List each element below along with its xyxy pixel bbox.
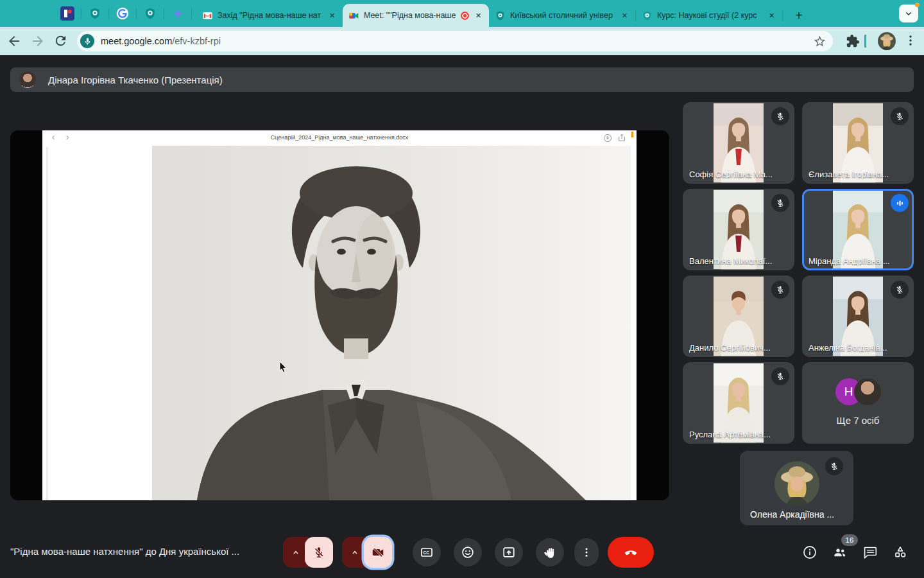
mic-muted-button[interactable]: [305, 537, 333, 568]
tab-search-chevron-button[interactable]: [899, 4, 918, 22]
doc-unsaved-marker: [631, 132, 633, 137]
doc-next-icon[interactable]: ›: [63, 132, 72, 142]
leave-call-button[interactable]: [608, 537, 654, 568]
reload-button[interactable]: [53, 33, 69, 49]
tab-close-icon[interactable]: ✕: [766, 10, 777, 21]
participant-tile[interactable]: Єлизавета Ігорівна...: [802, 102, 914, 184]
mouse-cursor: [279, 361, 288, 374]
mic-muted-icon: [771, 194, 789, 212]
forward-button[interactable]: [30, 33, 46, 49]
doc-prev-icon[interactable]: ‹: [49, 132, 58, 142]
meet-icon: [348, 10, 359, 21]
presenter-banner[interactable]: Дінара Ігорівна Ткаченко (Презентація): [10, 67, 914, 92]
shared-screen[interactable]: ‹ › Сценарій_2024_Рідна_мова_наше_натхне…: [10, 130, 669, 500]
self-name: Олена Аркадіївна ...: [750, 509, 834, 520]
meet-page: Дінара Ігорівна Ткаченко (Презентація) ‹…: [0, 55, 924, 578]
presenter-avatar: [19, 71, 36, 88]
doc-share-icon[interactable]: [617, 133, 626, 143]
divider: [164, 8, 164, 19]
tab-close-icon[interactable]: ✕: [327, 10, 338, 21]
participant-name: Єлизавета Ігорівна...: [809, 170, 889, 179]
profile-avatar[interactable]: [878, 32, 896, 50]
doc-download-icon[interactable]: [603, 134, 612, 143]
speaking-indicator-icon: [891, 194, 909, 212]
participant-grid: Софія Сергіївна Ма... Єлизавета Ігорівна…: [683, 102, 914, 444]
portrait-photo: [152, 146, 631, 500]
camera-off-button[interactable]: [364, 537, 392, 568]
tab-label: Meet: ""Рідна мова-наше: [364, 11, 456, 20]
present-screen-button[interactable]: [495, 538, 523, 566]
mic-muted-icon: [771, 107, 789, 125]
back-button[interactable]: [6, 33, 22, 49]
participant-tile[interactable]: Софія Сергіївна Ма...: [683, 102, 794, 184]
tab-university[interactable]: Київський столичний універ ✕: [489, 4, 635, 27]
captions-button[interactable]: CC: [413, 538, 441, 566]
url-text: meet.google.com/efv-kzbf-rpi: [101, 36, 813, 46]
self-view-tile[interactable]: Олена Аркадіївна ...: [740, 451, 853, 525]
meeting-title: "Рідна мова-наше натхнення" до Дня украї…: [10, 546, 239, 557]
svg-text:CC: CC: [424, 550, 430, 555]
new-tab-button[interactable]: +: [791, 7, 807, 24]
mic-muted-icon: [891, 107, 909, 125]
document-viewer: ‹ › Сценарій_2024_Рідна_мова_наше_натхне…: [42, 130, 637, 500]
participant-name: Софія Сергіївна Ма...: [689, 170, 773, 179]
doc-left-rule: [46, 147, 48, 500]
participant-tile[interactable]: Валентина Миколаї...: [683, 189, 794, 270]
participant-tile[interactable]: Анжеліна Богданів...: [802, 276, 914, 357]
meet-right-panel: 16: [802, 537, 908, 568]
participant-name: Руслана Артемівна...: [689, 430, 771, 439]
divider: [191, 8, 192, 19]
raise-hand-button[interactable]: [536, 538, 564, 566]
mic-control-group: [283, 537, 333, 568]
pinned-tab-university-icon[interactable]: [142, 6, 158, 21]
presenter-banner-label: Дінара Ігорівна Ткаченко (Презентація): [48, 74, 223, 85]
tab-course[interactable]: Курс: Наукові студії (2 курс ✕: [636, 4, 782, 27]
people-button[interactable]: 16: [832, 545, 848, 560]
tab-close-icon[interactable]: ✕: [619, 10, 630, 21]
divider: [81, 8, 81, 19]
divider: [864, 35, 866, 48]
activities-button[interactable]: [893, 545, 908, 560]
browser-menu-icon[interactable]: [903, 33, 919, 49]
overflow-avatars: H: [802, 378, 914, 405]
participant-name: Анжеліна Богданів...: [809, 343, 887, 353]
participant-name: Данило Сергійович...: [689, 343, 771, 353]
more-options-button[interactable]: [574, 538, 599, 566]
tab-meet-active[interactable]: Meet: ""Рідна мова-наше ✕: [343, 4, 489, 27]
pinned-tab-app-icon[interactable]: [60, 6, 75, 21]
meeting-details-button[interactable]: [802, 545, 817, 560]
extensions-puzzle-icon[interactable]: [846, 34, 861, 49]
overflow-tile[interactable]: H Ще 7 осіб: [802, 362, 914, 444]
recording-indicator-icon: [461, 12, 469, 20]
university-crest-icon: [641, 10, 653, 21]
university-crest-icon: [494, 10, 506, 21]
avatar: [854, 378, 881, 405]
camera-control-group: [342, 537, 392, 568]
tab-strip: Захід "Рідна мова-наше нат ✕ Meet: ""Рід…: [0, 0, 924, 27]
participant-tile-speaking[interactable]: Міранда Андріївна ...: [802, 189, 914, 270]
mic-muted-icon: [771, 367, 789, 385]
browser-window: Захід "Рідна мова-наше нат ✕ Meet: ""Рід…: [0, 0, 924, 578]
participant-count-badge: 16: [841, 534, 858, 546]
gmail-icon: [201, 10, 213, 21]
tab-label: Курс: Наукові студії (2 курс: [657, 11, 762, 20]
tab-label: Захід "Рідна мова-наше нат: [218, 11, 322, 20]
mic-muted-icon: [891, 281, 909, 299]
address-bar[interactable]: meet.google.com/efv-kzbf-rpi: [77, 31, 833, 51]
browser-toolbar: meet.google.com/efv-kzbf-rpi: [0, 27, 924, 55]
participant-name: Валентина Миколаї...: [689, 256, 772, 266]
participant-tile[interactable]: Данило Сергійович...: [683, 276, 794, 357]
mic-permission-icon[interactable]: [80, 34, 94, 48]
pinned-tab-gemini-icon[interactable]: [170, 6, 185, 21]
reactions-button[interactable]: [454, 538, 482, 566]
pinned-tab-university-icon[interactable]: [87, 6, 103, 21]
overflow-label: Ще 7 осіб: [802, 415, 914, 426]
bookmark-star-icon[interactable]: [813, 35, 826, 48]
pinned-tab-google-icon[interactable]: [115, 6, 130, 21]
divider: [782, 10, 783, 21]
tab-close-icon[interactable]: ✕: [473, 10, 484, 21]
chat-button[interactable]: [862, 545, 878, 560]
participant-tile[interactable]: Руслана Артемівна...: [683, 362, 794, 444]
divider: [136, 8, 137, 19]
tab-gmail[interactable]: Захід "Рідна мова-наше нат ✕: [196, 4, 343, 27]
